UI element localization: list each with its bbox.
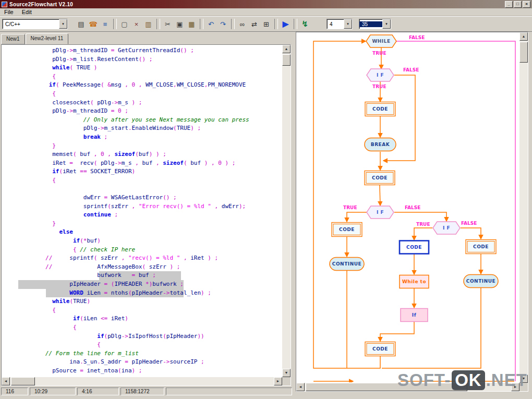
editor-hscroll-thumb[interactable]	[11, 377, 35, 385]
cut-icon[interactable]: ✂	[162, 18, 174, 30]
editor-vertical-scrollbar[interactable]: ▲ ▼	[282, 45, 291, 377]
flowchart-branch-label: TRUE	[372, 51, 386, 56]
code-line: break ;	[2, 133, 282, 142]
minimize-button[interactable]: _	[505, 1, 513, 8]
undo-icon[interactable]: ↶	[205, 18, 217, 30]
find-icon[interactable]: ∞	[236, 18, 248, 30]
flowchart-node-if1[interactable]: I F	[367, 69, 394, 81]
flowchart-branch-label: FALSE	[461, 221, 477, 226]
svg-text:I F: I F	[443, 225, 450, 231]
flowchart-canvas[interactable]: WHILEI FCODEBREAKCODEI FCODECONTINUEI FC…	[296, 32, 518, 382]
editor-horizontal-scrollbar[interactable]: ◄ ►	[2, 377, 282, 385]
paste-icon[interactable]: ▦	[186, 18, 198, 30]
flowchart-branch-label: TRUE	[416, 222, 430, 227]
code-line: if(*buf)	[2, 237, 282, 246]
editor-vscroll-thumb[interactable]	[282, 54, 291, 66]
statusbar: 11610:294:161158:1272	[0, 387, 293, 396]
flowchart-panel: WHILEI FCODEBREAKCODEI FCODECONTINUEI FC…	[296, 32, 528, 392]
toolbar-separator	[294, 19, 297, 29]
print-icon[interactable]: ▤	[75, 18, 87, 30]
code-line: if(pDlg->IsIpofHost(pIpHeader))	[2, 332, 282, 341]
flow-vscroll-thumb[interactable]	[519, 42, 528, 63]
trace-icon[interactable]: ↯	[299, 18, 311, 30]
code-line: {	[2, 90, 282, 99]
scroll-right-icon[interactable]: ►	[274, 377, 282, 385]
scroll-up-icon[interactable]: ▲	[282, 45, 291, 53]
flowchart-vertical-scrollbar[interactable]: ▲ ▼	[519, 32, 528, 383]
toolbar-icons: ▤☎≡▢×▥✂▣▦↶↷∞⇄⊞▶↯	[75, 18, 311, 30]
code-line: // sprintf( szErr , "recv() = %ld " , iR…	[2, 254, 282, 263]
code-line: {	[2, 341, 282, 349]
code-line: {	[2, 176, 282, 185]
status-cell: 116	[1, 388, 28, 395]
tab-1[interactable]: New2-level 11	[26, 33, 69, 44]
code-line	[2, 185, 282, 194]
scroll-left-icon[interactable]: ◄	[296, 383, 305, 391]
code-line: if(iRet == SOCKET_ERROR)	[2, 167, 282, 176]
flowchart-node-if2[interactable]: I F	[367, 206, 394, 219]
export-icon[interactable]: ▥	[142, 18, 154, 30]
svg-text:CODE: CODE	[406, 245, 422, 250]
find-next-icon[interactable]: ⇄	[248, 18, 260, 30]
code-line: pDlg->m_threadID = GetCurrentThreadId() …	[2, 46, 282, 55]
phone-icon[interactable]: ☎	[87, 18, 99, 30]
close-button[interactable]: ×	[523, 1, 530, 8]
flowchart-node-continue-right[interactable]: CONTINUE	[464, 275, 498, 288]
flowchart-node-break[interactable]: BREAK	[365, 138, 396, 151]
panel-splitter[interactable]	[291, 32, 296, 392]
code-line: {	[2, 72, 282, 81]
flowchart-node-code-left[interactable]: CODE	[332, 223, 362, 237]
language-combo-arrow-icon[interactable]: ▼	[59, 19, 67, 29]
size-combo-arrow-icon[interactable]: ▼	[382, 19, 391, 29]
flowchart-node-code1[interactable]: CODE	[365, 102, 395, 116]
fit-icon[interactable]: ⊞	[260, 18, 272, 30]
flowchart-edge	[382, 288, 481, 368]
watermark: SOFT-OK.NET	[397, 370, 527, 390]
new-file-icon[interactable]: ▢	[118, 18, 130, 30]
flowchart-node-code-bottom[interactable]: CODE	[365, 342, 395, 356]
run-icon[interactable]: ▶	[280, 18, 292, 30]
language-combo-value: C/C++	[3, 21, 59, 27]
code-line: bufwork = buf ;	[2, 271, 282, 280]
code-line: // AfxMessageBox( szErr ) ;	[2, 263, 282, 272]
level-combo-arrow-icon[interactable]: ▼	[344, 19, 352, 29]
window-controls: _□×	[505, 1, 530, 8]
list-icon[interactable]: ≡	[99, 18, 111, 30]
svg-text:I F: I F	[377, 72, 384, 78]
level-combo-value: 4	[327, 21, 344, 27]
menu-edit[interactable]: Edit	[18, 8, 36, 16]
redo-icon[interactable]: ↷	[217, 18, 229, 30]
flowchart-node-if3[interactable]: I F	[433, 222, 460, 234]
flowchart-node-continue-left[interactable]: CONTINUE	[330, 258, 364, 271]
titlebar[interactable]: Source2Flowchart V2.10 _□×	[0, 0, 532, 8]
flowchart-node-while[interactable]: WHILE	[366, 35, 396, 47]
scroll-down-icon[interactable]: ▼	[282, 369, 291, 377]
toolbar-separator	[200, 19, 203, 29]
scroll-up-icon[interactable]: ▲	[519, 32, 528, 41]
level-combo[interactable]: 4 ▼	[327, 19, 353, 29]
flowchart-branch-label: FALSE	[409, 35, 425, 40]
svg-text:I F: I F	[377, 210, 384, 215]
language-combo[interactable]: C/C++ ▼	[2, 19, 68, 29]
size-combo[interactable]: 35 ▼	[359, 19, 391, 29]
flowchart-edge	[414, 228, 432, 240]
flowchart-node-if-collapsed[interactable]: If	[401, 309, 428, 322]
toolbar-separator	[231, 19, 235, 29]
maximize-button[interactable]: □	[514, 1, 522, 8]
copy-icon[interactable]: ▣	[174, 18, 186, 30]
tab-0[interactable]: New1	[1, 34, 25, 44]
flowchart-node-code-selected[interactable]: CODE	[400, 241, 429, 254]
flowchart-edge	[380, 322, 414, 341]
flowchart-node-while-collapsed[interactable]: While to	[400, 275, 429, 288]
code-line: while(TRUE)	[2, 297, 282, 306]
flowchart-node-code-right[interactable]: CODE	[466, 240, 496, 254]
flowchart-node-code2[interactable]: CODE	[365, 171, 395, 185]
svg-text:WHILE: WHILE	[372, 39, 390, 44]
flowchart-view[interactable]: WHILEI FCODEBREAKCODEI FCODECONTINUEI FC…	[296, 32, 519, 383]
scroll-left-icon[interactable]: ◄	[2, 377, 10, 385]
menu-file[interactable]: File	[0, 8, 18, 16]
code-line: // Form the line for m_list	[2, 349, 282, 358]
code-editor[interactable]: pDlg->m_threadID = GetCurrentThreadId() …	[2, 45, 282, 377]
close-file-icon[interactable]: ×	[130, 18, 142, 30]
code-line: pDlg->m_threadID = 0 ;	[2, 107, 282, 116]
